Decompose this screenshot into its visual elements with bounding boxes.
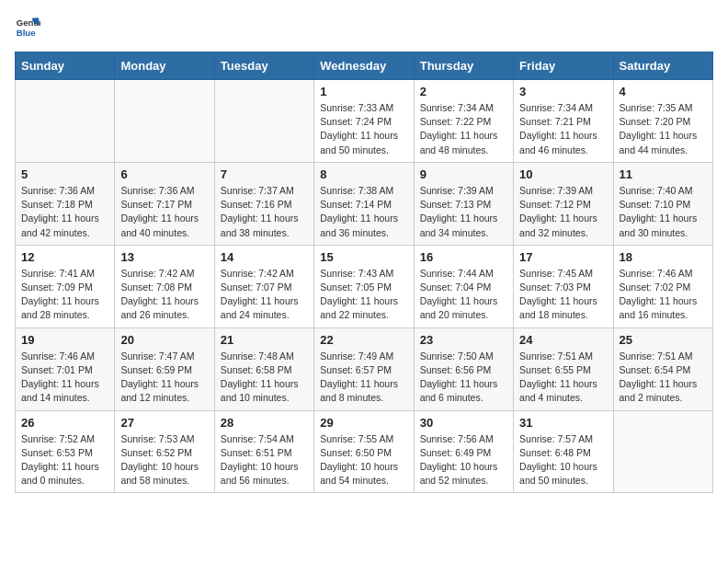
day-info: Sunrise: 7:40 AM Sunset: 7:10 PM Dayligh… [620,184,707,240]
calendar-cell: 6Sunrise: 7:36 AM Sunset: 7:17 PM Daylig… [115,162,214,245]
calendar-cell: 25Sunrise: 7:51 AM Sunset: 6:54 PM Dayli… [613,327,712,410]
calendar-cell: 13Sunrise: 7:42 AM Sunset: 7:08 PM Dayli… [115,245,214,327]
calendar-cell: 21Sunrise: 7:48 AM Sunset: 6:58 PM Dayli… [214,327,313,410]
calendar-cell: 4Sunrise: 7:35 AM Sunset: 7:20 PM Daylig… [613,80,712,163]
day-number: 27 [120,416,208,430]
week-row-4: 19Sunrise: 7:46 AM Sunset: 7:01 PM Dayli… [16,327,713,410]
calendar-cell: 11Sunrise: 7:40 AM Sunset: 7:10 PM Dayli… [613,162,712,245]
page-header: General Blue [15,15,713,40]
day-number: 23 [420,333,507,347]
day-number: 13 [120,250,208,264]
calendar-cell: 23Sunrise: 7:50 AM Sunset: 6:56 PM Dayli… [414,327,513,410]
day-number: 1 [320,85,407,98]
day-info: Sunrise: 7:36 AM Sunset: 7:18 PM Dayligh… [21,184,108,240]
day-info: Sunrise: 7:44 AM Sunset: 7:04 PM Dayligh… [420,267,507,323]
day-info: Sunrise: 7:43 AM Sunset: 7:05 PM Dayligh… [320,267,407,323]
day-info: Sunrise: 7:42 AM Sunset: 7:08 PM Dayligh… [120,267,208,323]
day-number: 17 [519,250,607,264]
day-number: 28 [221,416,308,430]
calendar-cell: 1Sunrise: 7:33 AM Sunset: 7:24 PM Daylig… [314,80,414,163]
day-info: Sunrise: 7:45 AM Sunset: 7:03 PM Dayligh… [519,267,607,323]
calendar-cell: 5Sunrise: 7:36 AM Sunset: 7:18 PM Daylig… [16,162,115,245]
day-number: 25 [620,333,707,347]
calendar-cell: 31Sunrise: 7:57 AM Sunset: 6:48 PM Dayli… [514,410,613,493]
logo-icon: General Blue [15,15,40,40]
day-number: 16 [420,250,507,264]
weekday-header-thursday: Thursday [414,52,513,80]
day-info: Sunrise: 7:34 AM Sunset: 7:22 PM Dayligh… [420,101,507,157]
day-number: 5 [21,167,108,181]
day-info: Sunrise: 7:39 AM Sunset: 7:13 PM Dayligh… [420,184,507,240]
calendar-cell [613,410,712,493]
calendar-cell: 8Sunrise: 7:38 AM Sunset: 7:14 PM Daylig… [314,162,414,245]
day-number: 26 [21,416,108,430]
day-number: 10 [519,167,607,181]
day-number: 9 [420,167,507,181]
day-number: 2 [420,85,507,98]
day-info: Sunrise: 7:37 AM Sunset: 7:16 PM Dayligh… [221,184,308,240]
calendar-cell: 28Sunrise: 7:54 AM Sunset: 6:51 PM Dayli… [214,410,313,493]
calendar-cell: 15Sunrise: 7:43 AM Sunset: 7:05 PM Dayli… [314,245,414,327]
day-info: Sunrise: 7:47 AM Sunset: 6:59 PM Dayligh… [120,350,208,406]
weekday-header-monday: Monday [115,52,214,80]
day-info: Sunrise: 7:38 AM Sunset: 7:14 PM Dayligh… [320,184,407,240]
calendar-cell [115,80,214,163]
day-number: 6 [120,167,208,181]
calendar-cell: 10Sunrise: 7:39 AM Sunset: 7:12 PM Dayli… [514,162,613,245]
day-number: 15 [320,250,407,264]
day-info: Sunrise: 7:52 AM Sunset: 6:53 PM Dayligh… [21,432,108,488]
day-info: Sunrise: 7:46 AM Sunset: 7:01 PM Dayligh… [21,350,108,406]
day-info: Sunrise: 7:33 AM Sunset: 7:24 PM Dayligh… [320,101,407,157]
calendar-cell: 9Sunrise: 7:39 AM Sunset: 7:13 PM Daylig… [414,162,513,245]
calendar-cell [16,80,115,163]
calendar-table: SundayMondayTuesdayWednesdayThursdayFrid… [15,52,713,493]
weekday-header-tuesday: Tuesday [214,52,313,80]
calendar-cell: 18Sunrise: 7:46 AM Sunset: 7:02 PM Dayli… [613,245,712,327]
day-info: Sunrise: 7:55 AM Sunset: 6:50 PM Dayligh… [320,432,407,488]
day-number: 30 [420,416,507,430]
day-info: Sunrise: 7:39 AM Sunset: 7:12 PM Dayligh… [519,184,607,240]
weekday-header-friday: Friday [514,52,613,80]
day-info: Sunrise: 7:36 AM Sunset: 7:17 PM Dayligh… [120,184,208,240]
day-info: Sunrise: 7:57 AM Sunset: 6:48 PM Dayligh… [519,432,607,488]
day-number: 20 [120,333,208,347]
calendar-cell [214,80,313,163]
day-info: Sunrise: 7:56 AM Sunset: 6:49 PM Dayligh… [420,432,507,488]
calendar-cell: 19Sunrise: 7:46 AM Sunset: 7:01 PM Dayli… [16,327,115,410]
weekday-header-sunday: Sunday [16,52,115,80]
day-info: Sunrise: 7:48 AM Sunset: 6:58 PM Dayligh… [221,350,308,406]
day-info: Sunrise: 7:42 AM Sunset: 7:07 PM Dayligh… [221,267,308,323]
calendar-cell: 17Sunrise: 7:45 AM Sunset: 7:03 PM Dayli… [514,245,613,327]
calendar-cell: 22Sunrise: 7:49 AM Sunset: 6:57 PM Dayli… [314,327,414,410]
logo: General Blue [15,15,46,40]
day-info: Sunrise: 7:51 AM Sunset: 6:55 PM Dayligh… [519,350,607,406]
day-info: Sunrise: 7:51 AM Sunset: 6:54 PM Dayligh… [620,350,707,406]
weekday-header-wednesday: Wednesday [314,52,414,80]
day-number: 4 [620,85,707,98]
day-info: Sunrise: 7:35 AM Sunset: 7:20 PM Dayligh… [620,101,707,157]
day-number: 18 [620,250,707,264]
week-row-5: 26Sunrise: 7:52 AM Sunset: 6:53 PM Dayli… [16,410,713,493]
week-row-3: 12Sunrise: 7:41 AM Sunset: 7:09 PM Dayli… [16,245,713,327]
calendar-cell: 30Sunrise: 7:56 AM Sunset: 6:49 PM Dayli… [414,410,513,493]
calendar-cell: 20Sunrise: 7:47 AM Sunset: 6:59 PM Dayli… [115,327,214,410]
day-number: 31 [519,416,607,430]
day-number: 19 [21,333,108,347]
week-row-2: 5Sunrise: 7:36 AM Sunset: 7:18 PM Daylig… [16,162,713,245]
calendar-cell: 3Sunrise: 7:34 AM Sunset: 7:21 PM Daylig… [514,80,613,163]
calendar-cell: 16Sunrise: 7:44 AM Sunset: 7:04 PM Dayli… [414,245,513,327]
day-number: 8 [320,167,407,181]
calendar-cell: 12Sunrise: 7:41 AM Sunset: 7:09 PM Dayli… [16,245,115,327]
weekday-header-row: SundayMondayTuesdayWednesdayThursdayFrid… [16,52,713,80]
svg-text:Blue: Blue [17,28,36,38]
day-info: Sunrise: 7:53 AM Sunset: 6:52 PM Dayligh… [120,432,208,488]
day-info: Sunrise: 7:34 AM Sunset: 7:21 PM Dayligh… [519,101,607,157]
day-number: 22 [320,333,407,347]
day-number: 3 [519,85,607,98]
week-row-1: 1Sunrise: 7:33 AM Sunset: 7:24 PM Daylig… [16,80,713,163]
weekday-header-saturday: Saturday [613,52,712,80]
day-info: Sunrise: 7:49 AM Sunset: 6:57 PM Dayligh… [320,350,407,406]
day-info: Sunrise: 7:46 AM Sunset: 7:02 PM Dayligh… [620,267,707,323]
day-info: Sunrise: 7:50 AM Sunset: 6:56 PM Dayligh… [420,350,507,406]
day-info: Sunrise: 7:41 AM Sunset: 7:09 PM Dayligh… [21,267,108,323]
